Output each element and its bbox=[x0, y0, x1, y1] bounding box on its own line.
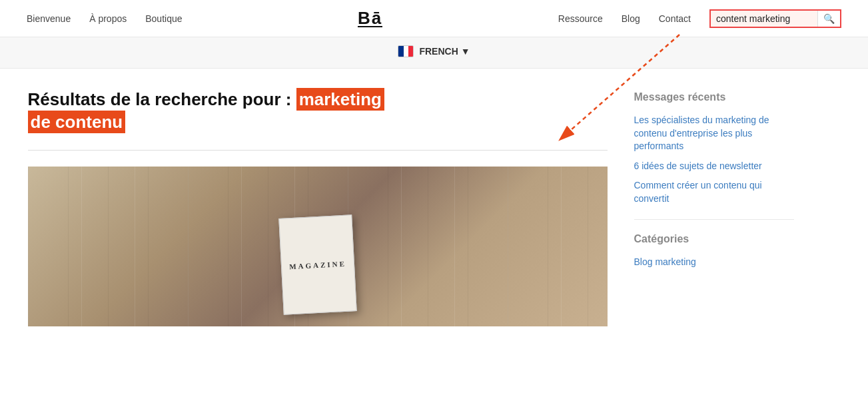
sidebar: Messages récents Les spécialistes du mar… bbox=[634, 89, 794, 326]
search-input[interactable] bbox=[711, 11, 817, 27]
categories-title: Catégories bbox=[634, 233, 794, 245]
recent-posts-title: Messages récents bbox=[634, 91, 794, 103]
language-bar: FRENCH ▼ bbox=[0, 37, 868, 69]
language-label: FRENCH ▼ bbox=[419, 46, 470, 57]
recent-post-2[interactable]: 6 idées de sujets de newsletter bbox=[634, 160, 794, 173]
search-button[interactable]: 🔍 bbox=[817, 11, 840, 27]
nav-blog[interactable]: Blog bbox=[622, 13, 640, 24]
logo-text: Bā bbox=[358, 8, 382, 27]
search-results-title: Résultats de la recherche pour : marketi… bbox=[28, 89, 608, 134]
language-selector[interactable]: FRENCH ▼ bbox=[398, 45, 470, 57]
nav-ressource[interactable]: Ressource bbox=[558, 13, 603, 24]
french-flag-icon bbox=[398, 45, 414, 57]
search-highlight-1: marketing bbox=[296, 88, 384, 111]
magazine-cover: MAGAZINE bbox=[278, 214, 356, 315]
search-form: 🔍 bbox=[709, 9, 841, 28]
nav-apropos[interactable]: À propos bbox=[89, 13, 127, 24]
magazine-title: MAGAZINE bbox=[288, 259, 346, 270]
article-image: MAGAZINE bbox=[28, 167, 608, 326]
search-highlight-2: de contenu bbox=[28, 111, 126, 133]
nav-bienvenue[interactable]: Bienvenue bbox=[27, 13, 71, 24]
sidebar-divider bbox=[634, 219, 794, 220]
nav-boutique[interactable]: Boutique bbox=[145, 13, 182, 24]
main-content: Résultats de la recherche pour : marketi… bbox=[15, 69, 854, 353]
recent-post-1[interactable]: Les spécialistes du marketing de contenu… bbox=[634, 114, 794, 153]
category-blog-marketing[interactable]: Blog marketing bbox=[634, 256, 794, 269]
content-area: Résultats de la recherche pour : marketi… bbox=[28, 89, 608, 326]
site-logo[interactable]: Bā bbox=[358, 8, 382, 29]
nav-contact[interactable]: Contact bbox=[659, 13, 691, 24]
nav-right: Ressource Blog Contact 🔍 bbox=[558, 9, 841, 28]
search-prefix: Résultats de la recherche pour : bbox=[28, 89, 296, 109]
recent-post-3[interactable]: Comment créer un contenu qui convertit bbox=[634, 179, 794, 205]
nav-left: Bienvenue À propos Boutique bbox=[27, 13, 183, 24]
site-header: Bienvenue À propos Boutique Bā Ressource… bbox=[0, 0, 868, 37]
content-divider bbox=[28, 150, 608, 151]
